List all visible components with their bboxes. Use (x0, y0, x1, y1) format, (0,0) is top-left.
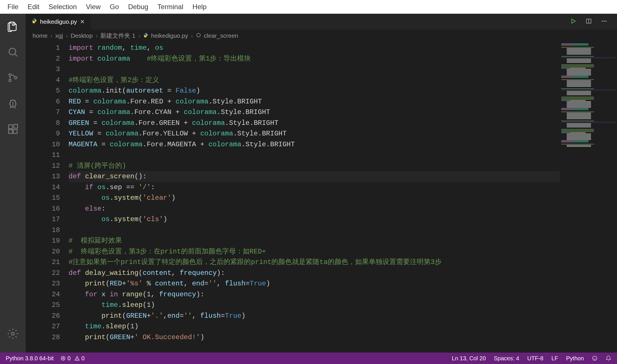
close-icon[interactable]: ✕ (80, 18, 85, 25)
menu-edit[interactable]: Edit (23, 2, 44, 11)
status-eol[interactable]: LF (551, 355, 558, 362)
status-encoding[interactable]: UTF-8 (527, 355, 544, 362)
svg-marker-10 (572, 19, 576, 23)
svg-rect-6 (9, 130, 12, 133)
chevron-right-icon: › (138, 32, 140, 39)
source-control-icon[interactable] (6, 71, 20, 85)
status-problems[interactable]: 0 0 (61, 355, 85, 362)
chevron-right-icon: › (95, 32, 97, 39)
tab-heikediguo[interactable]: heikediguo.py ✕ (26, 14, 91, 29)
svg-point-3 (9, 79, 11, 82)
menubar: FileEditSelectionViewGoDebugTerminalHelp (0, 0, 617, 14)
svg-point-14 (604, 21, 605, 22)
breadcrumb-folder[interactable]: 新建文件夹 1 (100, 32, 135, 40)
tab-filename: heikediguo.py (40, 18, 77, 25)
svg-rect-7 (13, 130, 17, 133)
svg-point-2 (9, 74, 11, 76)
status-bar: Python 3.8.0 64-bit 0 0 Ln 13, Col 20 Sp… (0, 353, 617, 364)
svg-rect-8 (14, 124, 17, 128)
tabs-bar: heikediguo.py ✕ (26, 14, 617, 29)
status-cursor[interactable]: Ln 13, Col 20 (452, 355, 486, 362)
settings-icon[interactable] (6, 327, 20, 341)
svg-point-20 (77, 359, 77, 360)
minimap[interactable] (560, 42, 617, 353)
menu-help[interactable]: Help (188, 2, 211, 11)
extensions-icon[interactable] (6, 122, 20, 136)
status-interpreter[interactable]: Python 3.8.0 64-bit (6, 355, 54, 362)
breadcrumb-folder[interactable]: xgj (55, 32, 63, 39)
python-file-icon (143, 32, 148, 39)
svg-line-1 (15, 54, 17, 56)
svg-point-15 (606, 21, 607, 22)
explorer-icon[interactable] (6, 19, 20, 33)
svg-point-9 (11, 332, 14, 335)
code-editor[interactable]: import random, time, osimport colorama #… (69, 42, 617, 353)
chevron-right-icon: › (66, 32, 68, 39)
menu-go[interactable]: Go (105, 2, 123, 11)
status-bell-icon[interactable] (606, 355, 611, 361)
run-icon[interactable] (570, 18, 578, 25)
status-language[interactable]: Python (566, 355, 584, 362)
status-spaces[interactable]: Spaces: 4 (494, 355, 519, 362)
chevron-right-icon: › (191, 32, 193, 39)
breadcrumb-symbol[interactable]: clear_screen (204, 32, 238, 39)
more-icon[interactable] (601, 18, 608, 25)
svg-point-13 (602, 21, 603, 22)
menu-terminal[interactable]: Terminal (153, 2, 188, 11)
svg-point-4 (15, 77, 17, 79)
split-editor-icon[interactable] (586, 18, 593, 25)
symbol-method-icon (196, 32, 201, 39)
search-icon[interactable] (6, 45, 20, 59)
breadcrumb-file[interactable]: heikediguo.py (151, 32, 188, 39)
breadcrumb-folder[interactable]: Desktop (71, 32, 93, 39)
breadcrumb: home›xgj›Desktop›新建文件夹 1›heikediguo.py›c… (26, 29, 617, 42)
breadcrumb-folder[interactable]: home (33, 32, 48, 39)
debug-icon[interactable] (6, 97, 20, 110)
menu-view[interactable]: View (81, 2, 105, 11)
menu-debug[interactable]: Debug (123, 2, 153, 11)
svg-rect-5 (9, 125, 12, 129)
python-file-icon (31, 18, 37, 25)
chevron-right-icon: › (51, 32, 53, 39)
svg-point-0 (9, 48, 16, 55)
line-gutter: 1234567891011121314151617181920212223242… (26, 42, 69, 353)
menu-selection[interactable]: Selection (44, 2, 81, 11)
menu-file[interactable]: File (3, 2, 23, 11)
status-feedback-icon[interactable] (592, 355, 598, 361)
activity-bar (0, 14, 26, 353)
svg-point-21 (593, 356, 597, 361)
